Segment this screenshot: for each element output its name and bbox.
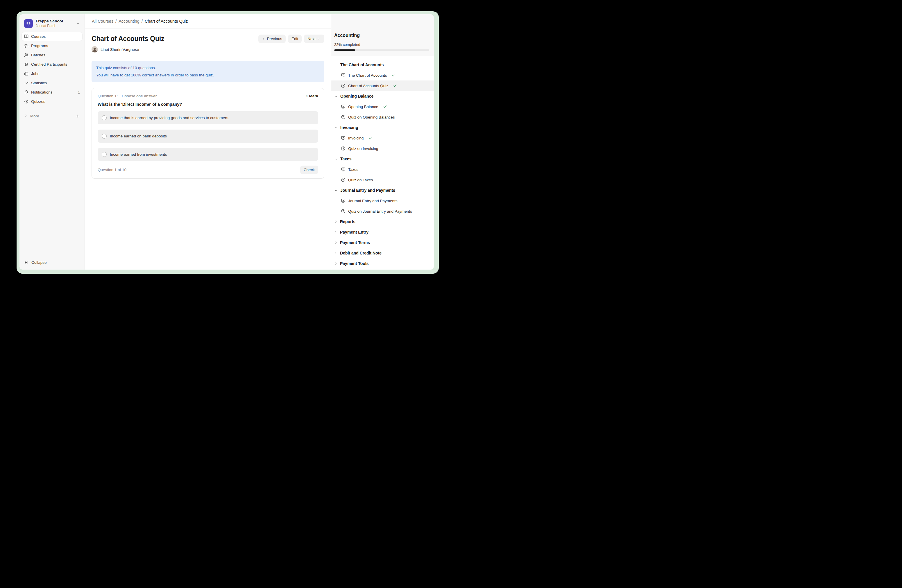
outline-item-label: Quiz on Journal Entry and Payments	[348, 209, 412, 214]
answer-option-label: Income that is earned by providing goods…	[110, 116, 229, 120]
answer-option-label: Income earned from investments	[110, 152, 167, 156]
outline-item-label: Quiz on Opening Balances	[348, 115, 395, 119]
outline-item-quiz-on-taxes[interactable]: Quiz on Taxes	[331, 175, 434, 185]
quiz-icon	[341, 178, 346, 182]
outline-section-opening-balance[interactable]: Opening Balance	[331, 91, 434, 102]
course-progress-fill	[334, 49, 355, 51]
course-progress-bar	[334, 49, 429, 51]
bell-icon	[24, 90, 28, 94]
answer-option-1[interactable]: Income that is earned by providing goods…	[98, 111, 318, 124]
outline-item-the-chart-of-accounts[interactable]: The Chart of Accounts	[331, 70, 434, 80]
course-outline-list: The Chart of AccountsThe Chart of Accoun…	[331, 56, 434, 270]
course-title: Accounting	[334, 32, 429, 39]
sidebar-nav: CoursesProgramsBatchesCertified Particip…	[19, 31, 85, 106]
radio-button[interactable]	[102, 134, 106, 139]
workspace-text: Frappe School Jannat Patel	[36, 19, 63, 28]
sidebar-item-statistics[interactable]: Statistics	[22, 79, 82, 87]
outline-section-label: Journal Entry and Payments	[340, 188, 395, 192]
outline-section-label: Debit and Credit Note	[340, 251, 382, 255]
collapse-sidebar-button[interactable]: Collapse	[22, 258, 82, 267]
outline-section-journal-entry-and-payments[interactable]: Journal Entry and Payments	[331, 185, 434, 195]
chevron-down-icon	[334, 189, 338, 192]
outline-item-opening-balance[interactable]: Opening Balance	[331, 102, 434, 112]
chevron-right-icon	[334, 241, 338, 244]
radio-button[interactable]	[102, 152, 106, 157]
route-icon	[24, 44, 28, 48]
outline-section-taxes[interactable]: Taxes	[331, 154, 434, 164]
sidebar-item-courses[interactable]: Courses	[22, 32, 82, 41]
author-row: Linet Sherin Varghese	[92, 46, 324, 53]
chevron-down-icon	[334, 63, 338, 67]
outline-item-label: Journal Entry and Payments	[348, 199, 398, 203]
sidebar-item-more[interactable]: More	[22, 112, 82, 120]
frappe-school-logo	[24, 19, 33, 28]
app-window: Frappe School Jannat Patel CoursesProgra…	[19, 14, 434, 270]
edit-label: Edit	[291, 37, 298, 41]
previous-button[interactable]: Previous	[258, 34, 286, 43]
window-frame: Frappe School Jannat Patel CoursesProgra…	[17, 11, 439, 274]
sidebar-item-label: Quizzes	[31, 99, 45, 104]
check-label: Check	[304, 167, 315, 172]
chevron-down-icon	[334, 126, 338, 130]
outline-item-invoicing[interactable]: Invoicing	[331, 133, 434, 143]
chevron-down-icon	[334, 94, 338, 98]
page-actions: Previous Edit Next	[258, 34, 324, 43]
question-card: Question 1: Choose one answer 1 Mark Wha…	[92, 88, 324, 179]
sidebar-item-quizzes[interactable]: Quizzes	[22, 97, 82, 106]
outline-item-quiz-on-opening-balances[interactable]: Quiz on Opening Balances	[331, 112, 434, 122]
edit-button[interactable]: Edit	[288, 34, 302, 43]
outline-item-quiz-on-invoicing[interactable]: Quiz on Invoicing	[331, 143, 434, 154]
radio-button[interactable]	[102, 115, 106, 120]
sidebar-item-programs[interactable]: Programs	[22, 42, 82, 50]
breadcrumb-item-all-courses[interactable]: All Courses	[92, 19, 113, 23]
outline-item-label: Invoicing	[348, 136, 363, 140]
sidebar-item-notifications[interactable]: Notifications1	[22, 88, 82, 97]
sidebar-item-label: Batches	[31, 53, 45, 57]
lesson-icon	[341, 199, 346, 203]
question-marks: 1 Mark	[306, 94, 318, 98]
check-button[interactable]: Check	[300, 166, 318, 174]
more-label: More	[30, 114, 39, 118]
outline-section-invoicing[interactable]: Invoicing	[331, 122, 434, 133]
outline-item-quiz-on-journal-entry-and-payments[interactable]: Quiz on Journal Entry and Payments	[331, 206, 434, 216]
lesson-icon	[341, 104, 346, 109]
outline-section-the-chart-of-accounts[interactable]: The Chart of Accounts	[331, 59, 434, 70]
outline-section-payment-entry[interactable]: Payment Entry	[331, 227, 434, 237]
sidebar-item-jobs[interactable]: Jobs	[22, 69, 82, 78]
outline-item-label: Taxes	[348, 167, 358, 172]
users-icon	[24, 53, 28, 57]
chevron-right-icon	[334, 262, 338, 265]
sidebar-item-label: Notifications	[31, 90, 53, 94]
question-instruction: Choose one answer	[122, 94, 157, 98]
sidebar-item-certified-participants[interactable]: Certified Participants	[22, 60, 82, 69]
answer-option-2[interactable]: Income earned on bank deposits	[98, 130, 318, 142]
outline-section-label: Opening Balance	[340, 94, 373, 99]
outline-section-debit-and-credit-note[interactable]: Debit and Credit Note	[331, 248, 434, 258]
outline-item-journal-entry-and-payments[interactable]: Journal Entry and Payments	[331, 195, 434, 206]
outline-item-label: The Chart of Accounts	[348, 73, 387, 78]
sidebar-item-batches[interactable]: Batches	[22, 51, 82, 59]
briefcase-icon	[24, 72, 28, 76]
collapse-arrow-icon	[24, 260, 28, 265]
outline-section-label: Reports	[340, 219, 355, 224]
workspace-switcher[interactable]: Frappe School Jannat Patel	[22, 18, 81, 29]
outline-section-label: The Chart of Accounts	[340, 63, 384, 67]
outline-section-reports[interactable]: Reports	[331, 216, 434, 227]
next-button[interactable]: Next	[304, 34, 324, 43]
plus-icon[interactable]	[75, 114, 80, 118]
answer-option-3[interactable]: Income earned from investments	[98, 148, 318, 161]
workspace-user: Jannat Patel	[36, 24, 63, 28]
outline-item-chart-of-accounts-quiz[interactable]: Chart of Accounts Quiz	[331, 80, 434, 91]
outline-section-payment-tools[interactable]: Payment Tools	[331, 258, 434, 269]
completed-check-icon	[393, 84, 397, 88]
question-pagination: Question 1 of 10	[98, 167, 127, 172]
breadcrumb-item-accounting[interactable]: Accounting	[119, 19, 139, 23]
breadcrumb-separator: /	[141, 19, 143, 23]
main-column: All Courses/Accounting/Chart of Accounts…	[85, 14, 331, 270]
lesson-icon	[341, 73, 346, 78]
chevron-down-icon	[334, 157, 338, 161]
workspace-title: Frappe School	[36, 19, 63, 24]
completed-check-icon	[368, 136, 372, 140]
outline-item-taxes[interactable]: Taxes	[331, 164, 434, 175]
outline-section-payment-terms[interactable]: Payment Terms	[331, 237, 434, 248]
